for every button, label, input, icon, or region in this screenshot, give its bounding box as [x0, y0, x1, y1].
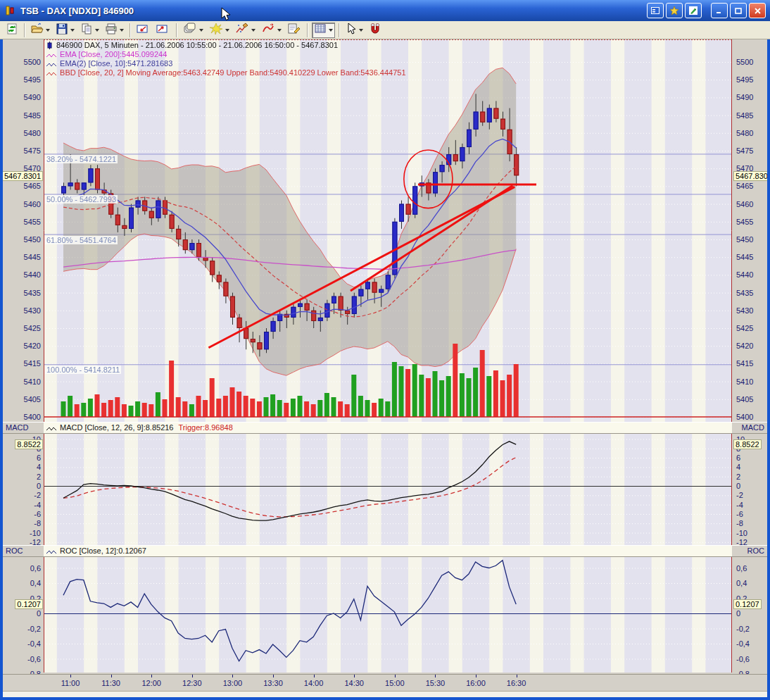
toolbar-separator	[339, 23, 340, 37]
maximize-button[interactable]	[730, 3, 747, 18]
grid-icon	[314, 23, 327, 38]
save-button[interactable]	[53, 23, 77, 38]
current-macd-label: 8.8522	[15, 439, 43, 449]
chart-forward-button[interactable]	[154, 23, 172, 38]
copy-button[interactable]	[78, 23, 101, 38]
close-button[interactable]	[749, 3, 766, 18]
roc-title-left: ROC	[3, 546, 44, 556]
time-label: 15:00	[379, 679, 410, 687]
time-tick	[192, 675, 193, 677]
price-label: 5465	[736, 182, 767, 190]
open-icon	[31, 23, 44, 38]
print-button[interactable]	[103, 23, 126, 38]
price-label: 5450	[3, 235, 41, 244]
grid-dropdown-arrow[interactable]	[329, 29, 333, 32]
properties-button[interactable]	[285, 23, 303, 38]
time-label: 11:00	[55, 679, 86, 687]
price-label: 5495	[3, 75, 41, 84]
favorites-button[interactable]	[666, 3, 683, 18]
roc-label: 0,4	[736, 579, 767, 587]
roc-label: -0,6	[3, 655, 41, 663]
minimize-button[interactable]	[711, 3, 728, 18]
roc-legend: ROC [Close, 12]:0.12067	[44, 546, 732, 556]
roc-plot[interactable]	[44, 557, 732, 673]
time-tick	[273, 675, 274, 677]
window-title: TSB - DAX [NDXD] 846900	[20, 6, 645, 16]
title-bar[interactable]: TSB - DAX [NDXD] 846900	[0, 0, 770, 21]
price-chart-plot[interactable]	[44, 39, 732, 422]
chart-area: 5500549554905485548054755470546554605455…	[0, 39, 770, 697]
save-dropdown-arrow[interactable]	[70, 29, 75, 32]
functions-button[interactable]	[259, 23, 284, 38]
templates-button[interactable]	[181, 23, 206, 38]
cursor-button[interactable]	[343, 23, 365, 38]
maximize-icon	[735, 8, 742, 14]
refresh-icon	[6, 23, 18, 38]
time-label: 15:30	[419, 679, 450, 687]
price-label: 5430	[736, 306, 767, 315]
horizontal-scrollbar[interactable]	[3, 691, 767, 697]
annotate-button[interactable]	[685, 3, 702, 18]
price-label: 5485	[736, 111, 767, 120]
save-icon	[56, 23, 68, 38]
price-label: 5425	[3, 324, 41, 332]
price-label: 5460	[736, 200, 767, 208]
toolbar-separator	[307, 23, 308, 37]
macd-plot[interactable]	[44, 434, 732, 545]
macd-label: 2	[3, 473, 41, 481]
price-label: 5440	[736, 270, 767, 279]
macd-trigger-text: Trigger:8.96848	[179, 423, 233, 432]
price-label: 5415	[3, 359, 41, 368]
price-label: 5500	[736, 58, 767, 66]
open-dropdown-arrow[interactable]	[46, 29, 50, 32]
time-tick	[111, 675, 112, 677]
price-label: 5490	[736, 93, 767, 101]
roc-label: -0,2	[736, 625, 767, 633]
print-dropdown-arrow[interactable]	[120, 29, 124, 32]
minimize-icon	[716, 8, 723, 14]
copy-icon	[80, 23, 93, 38]
chart-forward-icon	[156, 23, 170, 38]
time-axis: 11:0011:3012:0012:3013:0013:3014:0014:30…	[3, 674, 767, 691]
roc-panel-header: ROC ROC [Close, 12]:0.12067 ROC	[3, 545, 767, 557]
draw-dropdown-arrow[interactable]	[251, 29, 255, 32]
indicators-dropdown-arrow[interactable]	[225, 29, 229, 32]
workspace-icon	[651, 7, 659, 14]
macd-label: -6	[3, 510, 41, 518]
panel-button[interactable]	[647, 3, 664, 18]
time-label: 16:00	[460, 679, 491, 687]
price-label: 5400	[736, 413, 767, 421]
copy-dropdown-arrow[interactable]	[95, 29, 99, 32]
time-tick	[395, 675, 396, 677]
toolbar	[0, 21, 770, 39]
chart-back-button[interactable]	[134, 23, 153, 38]
refresh-button[interactable]	[4, 23, 20, 38]
grid-button[interactable]	[312, 23, 335, 38]
draw-icon	[235, 23, 249, 38]
price-label: 5475	[3, 146, 41, 155]
time-label: 11:30	[96, 679, 127, 687]
magnet-button[interactable]	[367, 23, 384, 38]
price-label: 5460	[3, 200, 41, 208]
draw-button[interactable]	[233, 23, 258, 38]
price-label: 5420	[736, 342, 767, 350]
templates-dropdown-arrow[interactable]	[199, 29, 203, 32]
indicators-button[interactable]	[207, 23, 232, 38]
open-button[interactable]	[29, 23, 52, 38]
time-tick	[435, 675, 436, 677]
time-label: 14:00	[298, 679, 329, 687]
price-label: 5435	[3, 289, 41, 297]
roc-label: -0,4	[3, 639, 41, 648]
price-label: 5445	[736, 253, 767, 261]
time-label: 12:30	[177, 679, 208, 687]
macd-label: -2	[3, 491, 41, 499]
pen-icon	[689, 6, 698, 15]
roc-label: 0,6	[736, 564, 767, 573]
cursor-dropdown-arrow[interactable]	[359, 29, 363, 32]
roc-legend-text: ROC [Close, 12]:0.12067	[60, 546, 146, 555]
price-label: 5410	[736, 377, 767, 386]
templates-icon	[183, 23, 197, 38]
functions-dropdown-arrow[interactable]	[277, 29, 282, 32]
price-label: 5455	[3, 218, 41, 226]
macd-label: 2	[736, 473, 767, 481]
